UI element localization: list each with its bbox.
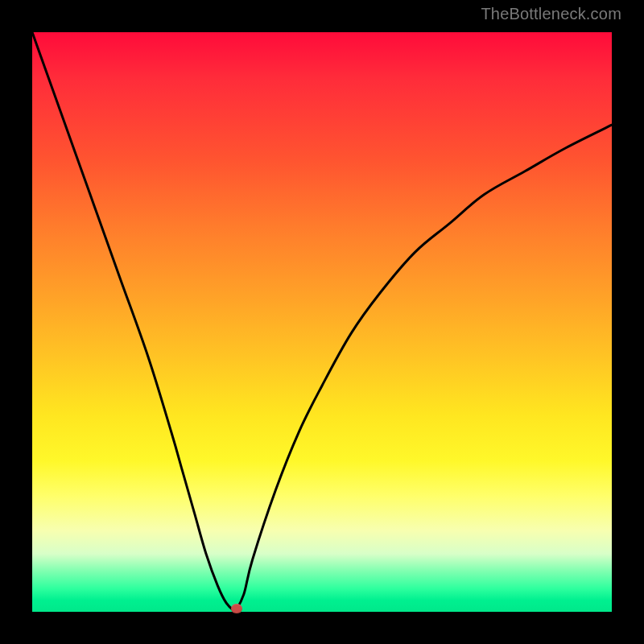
- minimum-marker: [231, 604, 242, 613]
- watermark-text: TheBottleneck.com: [481, 5, 621, 23]
- chart-frame: TheBottleneck.com: [0, 0, 644, 644]
- curve-left-branch: [32, 32, 235, 612]
- curve-svg: [32, 32, 612, 612]
- plot-area: [32, 32, 612, 612]
- curve-right-branch: [235, 125, 612, 612]
